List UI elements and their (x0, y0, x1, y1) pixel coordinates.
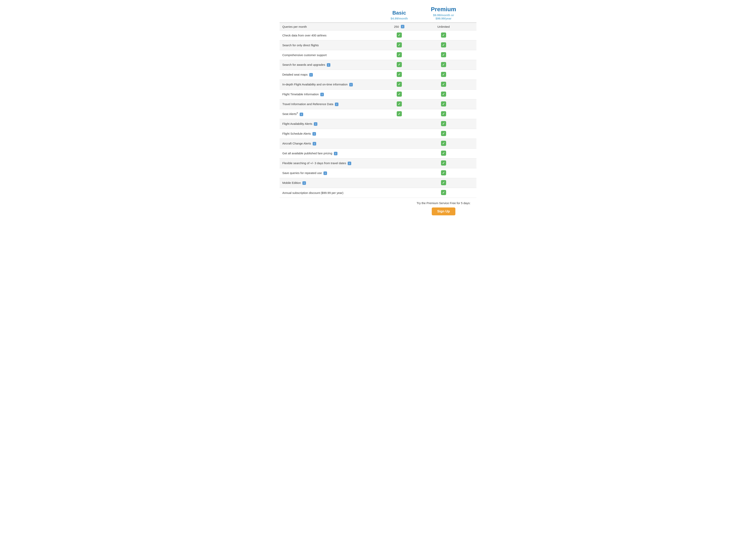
check-icon (441, 82, 446, 87)
table-row: Flight Availability Alerts i (280, 119, 476, 129)
feature-label: Travel Information and Reference Data (282, 102, 333, 106)
premium-value-cell (411, 80, 476, 90)
check-icon (397, 92, 402, 97)
basic-value-cell (388, 119, 411, 129)
check-icon (441, 180, 446, 185)
table-row: Annual subscription discount ($99.99 per… (280, 188, 476, 198)
table-row: Save queries for repeated use i (280, 168, 476, 178)
pricing-table: Basic $4.99/month Premium $9.99/month or… (280, 4, 476, 217)
basic-value-cell (388, 178, 411, 188)
check-icon (397, 72, 402, 77)
check-icon (397, 42, 402, 47)
check-icon (441, 92, 446, 97)
check-icon (441, 151, 446, 156)
premium-value-cell (411, 50, 476, 60)
table-row: Flexible searching of +/- 3 days from tr… (280, 158, 476, 168)
feature-label: Flight Timetable Information (282, 93, 319, 96)
info-icon[interactable]: i (300, 113, 303, 116)
info-icon[interactable]: i (334, 152, 337, 155)
info-icon[interactable]: i (313, 142, 316, 145)
table-row: Detailed seat maps i (280, 70, 476, 80)
trial-label: Try the Premium Service Free for 5 days: (417, 201, 471, 205)
premium-value-cell (411, 149, 476, 158)
feature-label: In-depth Flight Availability and on-time… (282, 83, 348, 86)
check-icon (397, 32, 402, 38)
table-row: Comprehensive customer support (280, 50, 476, 60)
feature-label: Queries per month (282, 25, 307, 28)
basic-value-cell (388, 168, 411, 178)
table-row: Queries per month250 iUnlimited (280, 23, 476, 31)
info-icon[interactable]: i (309, 73, 313, 77)
queries-count: 250 i (394, 25, 404, 28)
feature-label: Flight Schedule Alerts (282, 132, 311, 135)
premium-value-cell (411, 109, 476, 119)
check-icon (441, 72, 446, 77)
feature-cell: Flexible searching of +/- 3 days from tr… (280, 158, 388, 168)
signup-button[interactable]: Sign Up (432, 207, 455, 215)
basic-value-cell (388, 99, 411, 109)
check-icon (397, 101, 402, 106)
footer-empty (280, 198, 388, 217)
premium-value-cell (411, 90, 476, 99)
premium-plan-header: Premium $9.99/month or $99.99/year (411, 4, 476, 23)
info-icon[interactable]: i (312, 132, 316, 136)
feature-label: Check data from over 400 airlines (282, 34, 326, 37)
premium-value-cell (411, 139, 476, 149)
info-icon[interactable]: i (323, 171, 327, 175)
check-icon (397, 82, 402, 87)
premium-value-cell (411, 31, 476, 40)
table-row: Travel Information and Reference Data i (280, 99, 476, 109)
footer-row: Try the Premium Service Free for 5 days:… (280, 198, 476, 217)
premium-value-cell (411, 119, 476, 129)
feature-label: Flight Availability Alerts (282, 122, 312, 125)
info-icon[interactable]: i (401, 25, 404, 28)
queries-value: 250 (394, 25, 399, 28)
info-icon[interactable]: i (327, 63, 330, 67)
basic-plan-name: Basic (391, 10, 408, 16)
check-icon (441, 131, 446, 136)
info-icon[interactable]: i (302, 181, 306, 185)
info-icon[interactable]: i (314, 122, 317, 126)
basic-value-cell (388, 149, 411, 158)
check-icon (397, 52, 402, 57)
basic-value-cell (388, 70, 411, 80)
check-icon (441, 101, 446, 106)
basic-value-cell (388, 129, 411, 139)
feature-cell: Seat Alerts® i (280, 109, 388, 119)
feature-cell: Search for awards and upgrades i (280, 60, 388, 70)
premium-value-cell (411, 158, 476, 168)
check-icon (441, 32, 446, 38)
footer-signup-area: Try the Premium Service Free for 5 days:… (411, 198, 476, 217)
feature-label: Annual subscription discount ($99.99 per… (282, 191, 343, 194)
premium-value-cell (411, 168, 476, 178)
feature-cell: Save queries for repeated use i (280, 168, 388, 178)
basic-value-cell (388, 158, 411, 168)
info-icon[interactable]: i (335, 103, 338, 106)
feature-cell: Aircraft Change Alerts i (280, 139, 388, 149)
superscript: ® (297, 112, 298, 114)
table-row: Flight Schedule Alerts i (280, 129, 476, 139)
check-icon (441, 52, 446, 57)
feature-cell: Queries per month (280, 23, 388, 31)
feature-label: Comprehensive customer support (282, 53, 327, 57)
premium-plan-price: $9.99/month or $99.99/year (413, 13, 474, 20)
table-row: Flight Timetable Information i (280, 90, 476, 99)
feature-cell: Flight Availability Alerts i (280, 119, 388, 129)
basic-value-cell (388, 188, 411, 198)
info-icon[interactable]: i (320, 93, 324, 96)
basic-value-cell (388, 90, 411, 99)
feature-cell: Flight Timetable Information i (280, 90, 388, 99)
check-icon (441, 190, 446, 195)
feature-label: Aircraft Change Alerts (282, 142, 311, 145)
info-icon[interactable]: i (349, 83, 353, 86)
feature-cell: Get all available published fare pricing… (280, 149, 388, 158)
info-icon[interactable]: i (348, 162, 351, 165)
check-icon (441, 42, 446, 47)
table-row: Get all available published fare pricing… (280, 149, 476, 158)
table-row: Search for only direct flights (280, 40, 476, 50)
premium-value-cell (411, 129, 476, 139)
feature-label: Get all available published fare pricing (282, 152, 332, 155)
basic-value-cell (388, 60, 411, 70)
feature-label: Save queries for repeated use (282, 171, 322, 175)
feature-label: Mobile Edition (282, 181, 301, 184)
